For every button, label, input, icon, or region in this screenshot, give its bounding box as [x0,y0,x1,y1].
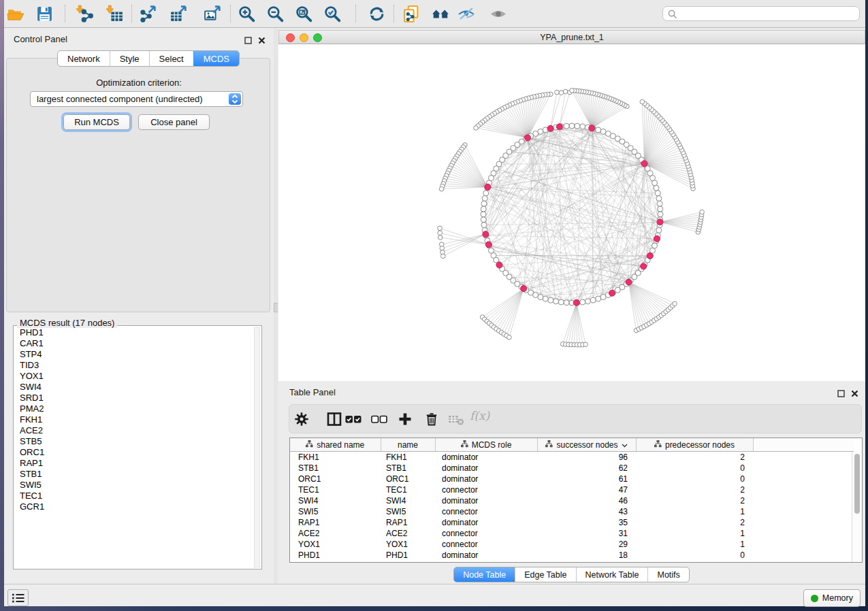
export-image-icon[interactable] [204,5,222,23]
network-node[interactable] [656,227,662,233]
network-hub-node[interactable] [626,279,632,285]
tab-network[interactable]: Network [58,51,110,66]
table-cell[interactable]: STB1 [381,463,435,474]
result-list-scrollbar[interactable] [254,327,260,567]
table-cell[interactable]: 43 [537,506,636,517]
network-node[interactable] [564,300,569,306]
network-canvas[interactable] [278,44,865,381]
float-panel-icon[interactable] [244,35,252,47]
table-cell[interactable]: 1 [636,528,753,539]
network-node[interactable] [658,212,663,217]
table-cell[interactable]: 18 [537,550,636,561]
tab-mcds[interactable]: MCDS [193,51,239,66]
table-cell[interactable]: PHD1 [381,550,435,561]
network-hub-node[interactable] [556,124,562,130]
zoom-selected-icon[interactable] [323,5,342,23]
table-settings-icon[interactable] [293,410,310,428]
network-hub-node[interactable] [609,290,615,296]
mcds-result-item[interactable]: CAR1 [15,338,253,349]
table-cell[interactable]: TEC1 [381,484,435,495]
network-hub-node[interactable] [641,161,647,167]
table-cell[interactable]: dominator [435,495,537,506]
network-node[interactable] [657,201,662,206]
show-columns-icon[interactable] [325,410,343,428]
table-cell[interactable]: dominator [435,463,537,474]
tab-style[interactable]: Style [110,51,149,66]
mcds-result-item[interactable]: STB5 [15,436,253,447]
mcds-result-item[interactable]: SWI5 [15,480,253,491]
import-network-icon[interactable] [75,5,93,23]
export-table-icon[interactable] [170,5,188,23]
network-hub-node[interactable] [496,262,502,268]
table-tab-edge-table[interactable]: Edge Table [515,567,575,582]
network-node[interactable] [570,88,575,93]
network-hub-node[interactable] [573,299,579,306]
table-cell[interactable]: 31 [537,528,636,539]
table-cell[interactable]: dominator [435,474,537,484]
network-node[interactable] [481,212,486,217]
table-row[interactable]: PHD1PHD1dominator180 [290,550,854,561]
table-row[interactable]: TEC1TEC1connector472 [290,484,854,495]
network-node[interactable] [580,124,585,129]
table-row[interactable]: SWI5SWI5connector431 [290,506,854,517]
table-row[interactable]: STB1STB1dominator620 [290,463,854,474]
mcds-result-item[interactable]: TID3 [15,360,253,371]
table-cell[interactable]: dominator [435,452,537,463]
network-node[interactable] [580,299,585,305]
zoom-out-icon[interactable] [266,5,285,23]
delete-column-icon[interactable] [423,410,440,428]
table-row[interactable]: YOX1YOX1connector291 [290,539,854,550]
network-graph[interactable] [278,44,865,381]
network-node[interactable] [655,191,660,196]
network-node[interactable] [563,89,568,94]
table-cell[interactable]: 2 [636,495,753,506]
network-node[interactable] [507,335,512,340]
network-node[interactable] [559,90,564,95]
add-column-icon[interactable] [396,410,414,428]
tab-select[interactable]: Select [149,51,193,66]
table-cell[interactable]: dominator [435,550,537,561]
hide-selected-icon[interactable] [457,5,476,23]
network-node[interactable] [658,206,663,212]
select-all-checkboxes-icon[interactable] [344,410,362,428]
table-scrollbar-thumb[interactable] [854,454,860,514]
table-cell[interactable]: 0 [636,463,753,474]
table-cell[interactable]: 1 [636,539,753,550]
window-zoom-button[interactable] [313,33,322,42]
memory-button[interactable]: Memory [803,589,861,607]
column-header-MCDS-role[interactable]: MCDS role [435,438,537,452]
network-node[interactable] [569,123,575,129]
network-node[interactable] [481,217,486,222]
network-node[interactable] [654,185,659,191]
network-node[interactable] [656,196,662,201]
table-cell[interactable]: ACE2 [381,528,435,539]
table-cell[interactable]: FKH1 [381,452,435,463]
task-history-button[interactable] [7,589,29,606]
table-cell[interactable]: ACE2 [290,528,381,539]
table-cell[interactable]: connector [435,528,537,539]
table-row[interactable]: FKH1FKH1dominator962 [290,452,854,463]
table-cell[interactable]: RAP1 [381,517,435,528]
table-tab-network-table[interactable]: Network Table [576,567,648,582]
table-cell[interactable]: 1 [636,506,753,517]
mcds-result-item[interactable]: SWI4 [15,382,253,393]
network-node[interactable] [596,127,601,133]
mcds-result-item[interactable]: YOX1 [15,371,253,382]
table-cell[interactable]: TEC1 [290,484,381,495]
close-table-panel-icon[interactable] [851,388,858,400]
close-panel-icon[interactable] [258,35,266,47]
column-header-shared-name[interactable]: shared name [290,438,381,452]
network-hub-node[interactable] [647,253,653,259]
network-node[interactable] [538,295,543,300]
network-hub-node[interactable] [521,286,527,292]
mcds-result-item[interactable]: SRD1 [15,393,253,403]
mcds-result-item[interactable]: ORC1 [15,447,253,458]
table-cell[interactable]: SWI4 [290,495,381,506]
network-hub-node[interactable] [654,235,660,242]
network-node[interactable] [564,123,569,129]
network-node[interactable] [481,206,486,212]
table-cell[interactable]: dominator [435,517,537,528]
network-hub-node[interactable] [547,125,553,131]
network-node[interactable] [558,299,564,305]
table-row[interactable]: ACE2ACE2connector311 [290,528,854,539]
